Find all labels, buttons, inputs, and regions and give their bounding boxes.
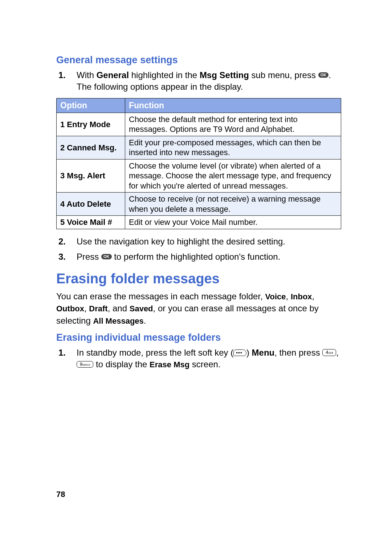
step-text: sub menu, press xyxy=(249,70,318,80)
step-text: highlighted in the xyxy=(129,70,200,80)
bold-general: General xyxy=(97,70,129,80)
cell-option: 2 Canned Msg. xyxy=(57,136,125,159)
step-text: to display the xyxy=(93,359,150,369)
key-sub: GHI xyxy=(328,351,333,355)
step-text: , then press xyxy=(274,348,322,357)
table-row: 4 Auto Delete Choose to receive (or not … xyxy=(57,193,341,216)
bold-saved: Saved xyxy=(130,304,153,313)
cell-option: 3 Msg. Alert xyxy=(57,159,125,193)
steps-list-2: 2. Use the navigation key to highlight t… xyxy=(56,236,341,263)
key-main: 4 xyxy=(326,349,328,355)
ok-key-icon: OK xyxy=(101,254,112,259)
erase-paragraph: You can erase the messages in each messa… xyxy=(56,290,341,327)
bold-outbox: Outbox xyxy=(56,304,84,313)
step-1: 1. With General highlighted in the Msg S… xyxy=(56,69,341,93)
manual-page: General message settings 1. With General… xyxy=(0,0,392,371)
para-text: , xyxy=(286,291,291,301)
bold-voice: Voice xyxy=(265,292,286,301)
cell-option: 4 Auto Delete xyxy=(57,193,125,216)
bold-all-messages: All Messages xyxy=(93,316,143,325)
softkey-icon: ••• xyxy=(233,349,246,356)
step-text: With xyxy=(77,70,97,80)
table-row: 2 Canned Msg. Edit your pre-composed mes… xyxy=(57,136,341,159)
table-row: 1 Entry Mode Choose the default method f… xyxy=(57,113,341,136)
step-text: ) xyxy=(246,348,252,357)
th-function: Function xyxy=(125,98,341,113)
cell-option: 1 Entry Mode xyxy=(57,113,125,136)
steps-list-1: 1. With General highlighted in the Msg S… xyxy=(56,69,341,93)
step-text: screen. xyxy=(189,359,220,369)
step-text: Use the navigation key to highlight the … xyxy=(77,236,285,246)
bold-msg-setting: Msg Setting xyxy=(200,70,249,80)
step-text: , xyxy=(336,348,339,357)
key-sub: WXYZ xyxy=(82,363,90,367)
ok-key-icon: OK xyxy=(318,72,329,78)
th-option: Option xyxy=(57,98,125,113)
para-text: , xyxy=(84,303,89,313)
step-text: In standby mode, press the left soft key… xyxy=(77,348,233,357)
heading-erasing-folder: Erasing folder messages xyxy=(56,271,341,287)
key-9-icon: 9WXYZ xyxy=(77,361,93,368)
page-number: 78 xyxy=(56,490,65,499)
para-text: . xyxy=(144,316,146,325)
para-text: , and xyxy=(108,303,130,313)
table-row: 5 Voice Mail # Edit or view your Voice M… xyxy=(57,216,341,229)
step-text: Press xyxy=(77,252,101,262)
options-table: Option Function 1 Entry Mode Choose the … xyxy=(56,98,341,229)
step-2: 2. Use the navigation key to highlight t… xyxy=(56,236,341,247)
step-number: 1. xyxy=(58,347,66,359)
para-text: , xyxy=(312,291,315,301)
cell-function: Choose the default method for entering t… xyxy=(125,113,341,136)
cell-function: Edit your pre-composed messages, which c… xyxy=(125,136,341,159)
step-number: 2. xyxy=(58,236,66,247)
steps-list-3: 1. In standby mode, press the left soft … xyxy=(56,347,341,371)
step-number: 1. xyxy=(58,69,66,81)
step-text: to perform the highlighted option's func… xyxy=(112,252,281,262)
cell-function: Choose the volume level (or vibrate) whe… xyxy=(125,159,341,193)
heading-erasing-individual: Erasing individual message folders xyxy=(56,332,341,343)
step-3: 3. Press OK to perform the highlighted o… xyxy=(56,251,341,263)
bold-draft: Draft xyxy=(89,304,107,313)
table-row: 3 Msg. Alert Choose the volume level (or… xyxy=(57,159,341,193)
key-4-icon: 4GHI xyxy=(322,349,336,356)
bold-erase-msg: Erase Msg xyxy=(150,360,189,369)
bold-menu: Menu xyxy=(252,348,275,357)
para-text: You can erase the messages in each messa… xyxy=(56,291,265,301)
cell-function: Choose to receive (or not receive) a war… xyxy=(125,193,341,216)
heading-general-settings: General message settings xyxy=(56,54,341,66)
cell-option: 5 Voice Mail # xyxy=(57,216,125,229)
step-number: 3. xyxy=(58,251,66,263)
cell-function: Edit or view your Voice Mail number. xyxy=(125,216,341,229)
bold-inbox: Inbox xyxy=(291,292,312,301)
step-e1: 1. In standby mode, press the left soft … xyxy=(56,347,341,371)
